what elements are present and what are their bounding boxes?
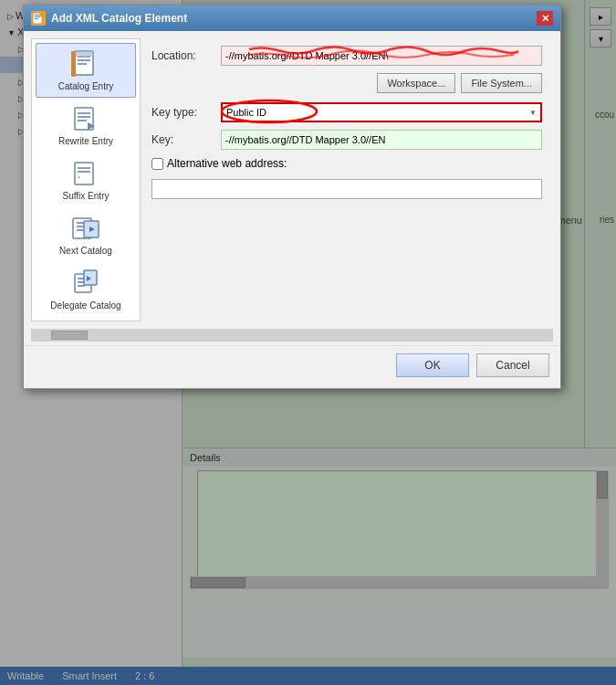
alt-web-row: Alternative web address: [151,157,542,170]
keytype-row: Key type: Public ID ▼ [151,102,542,122]
svg-rect-1 [35,15,40,16]
catalog-item-rewrite-entry[interactable]: Rewrite Entry [36,98,136,153]
location-buttons-row: Workspace... File System... [151,73,542,93]
next-catalog-icon [71,214,100,243]
ok-button[interactable]: OK [396,353,469,377]
delegate-catalog-label: Delegate Catalog [50,300,120,311]
svg-rect-22 [77,229,84,231]
dialog-body: Catalog EntryRewrite Entry*Suffix EntryN… [24,31,560,329]
keytype-value: Public ID [226,107,266,118]
cancel-button[interactable]: Cancel [476,353,549,377]
keytype-label: Key type: [151,106,215,119]
catalog-item-suffix-entry[interactable]: *Suffix Entry [36,153,136,207]
alt-web-checkbox[interactable] [151,158,163,170]
location-input[interactable] [221,46,542,66]
dialog-buttons-row: OK Cancel [24,345,560,388]
svg-rect-28 [84,270,97,285]
select-dropdown-arrow: ▼ [529,109,537,117]
svg-rect-17 [78,171,90,173]
svg-rect-12 [78,112,90,114]
svg-rect-2 [35,16,40,17]
svg-rect-10 [71,51,76,77]
next-catalog-label: Next Catalog [59,246,112,256]
delegate-catalog-icon [71,269,100,298]
location-label: Location: [151,49,215,62]
catalog-item-next-catalog[interactable]: Next Catalog [36,207,136,262]
rewrite-entry-icon [71,104,100,133]
key-input[interactable] [221,130,542,150]
svg-rect-3 [35,18,38,19]
svg-rect-8 [78,63,87,65]
alt-web-input[interactable] [151,179,542,199]
svg-text:*: * [78,174,80,183]
suffix-entry-icon: * [71,159,100,188]
dialog-form: Location: Workspace... File System... Ke… [141,38,553,321]
catalog-item-catalog-entry[interactable]: Catalog Entry [36,43,136,98]
add-xml-catalog-dialog: Add XML Catalog Element ✕ Catalog EntryR… [23,5,561,389]
svg-rect-14 [78,120,87,121]
dialog-title: Add XML Catalog Element [51,12,187,25]
dialog-scroll-thumb [51,331,88,340]
rewrite-entry-label: Rewrite Entry [58,136,113,146]
svg-rect-27 [78,285,85,287]
svg-rect-16 [78,167,90,169]
dialog-titlebar: Add XML Catalog Element ✕ [24,5,560,31]
keytype-select[interactable]: Public ID ▼ [221,102,542,122]
key-label: Key: [151,133,215,146]
dialog-icon [31,11,46,26]
key-row: Key: [151,130,542,150]
svg-marker-9 [75,51,93,57]
workspace-button[interactable]: Workspace... [377,73,455,93]
svg-rect-13 [78,116,90,118]
alt-web-label: Alternative web address: [167,157,287,170]
dialog-close-button[interactable]: ✕ [537,11,553,26]
filesystem-button[interactable]: File System... [461,73,542,93]
catalog-entry-label: Catalog Entry [58,81,114,91]
titlebar-title: Add XML Catalog Element [31,11,187,26]
svg-rect-7 [78,59,90,61]
location-row: Location: [151,46,542,66]
catalog-item-delegate-catalog[interactable]: Delegate Catalog [36,262,136,317]
catalog-entry-icon [71,49,100,79]
dialog-scroll-h[interactable] [31,329,553,342]
suffix-entry-label: Suffix Entry [63,191,110,201]
catalog-type-sidebar: Catalog EntryRewrite Entry*Suffix EntryN… [31,38,141,321]
